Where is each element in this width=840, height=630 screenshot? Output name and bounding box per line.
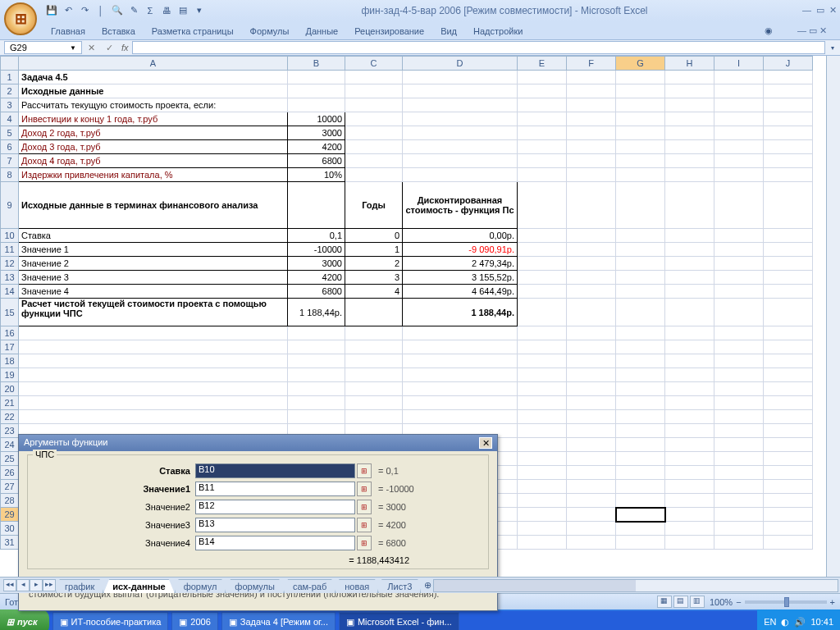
cell[interactable]: 6800 [288,285,345,299]
row-header[interactable]: 27 [1,480,19,494]
cell[interactable] [714,154,764,168]
column-header[interactable]: J [764,57,813,71]
cell[interactable] [616,299,665,326]
cell[interactable] [567,168,616,182]
cell[interactable] [764,182,813,229]
cell[interactable] [665,271,714,285]
qat-dropdown-icon[interactable]: ▾ [192,3,207,18]
view-normal-icon[interactable]: ▦ [657,596,672,608]
cell[interactable]: 4 644,49р. [403,285,518,299]
cell[interactable] [714,182,764,229]
cell[interactable] [345,140,403,154]
cell[interactable] [665,299,714,326]
cell[interactable] [19,410,288,424]
view-break-icon[interactable]: ▥ [690,596,705,608]
column-header[interactable]: C [345,57,403,71]
search-icon[interactable]: 🔍 [110,3,125,18]
ribbon-tab[interactable]: Разметка страницы [144,23,242,39]
cell[interactable] [714,480,764,494]
arg-input[interactable]: B11 [195,482,355,496]
cell[interactable] [518,271,567,285]
ribbon-tab[interactable]: Вид [432,23,465,39]
cell[interactable] [518,182,567,229]
cell[interactable] [518,494,567,508]
cell[interactable] [764,229,813,243]
vertical-scrollbar[interactable] [826,56,840,577]
cell[interactable] [764,522,813,536]
formula-expand-icon[interactable]: ▾ [825,44,840,52]
cell[interactable] [518,480,567,494]
cell[interactable] [764,326,813,340]
cell[interactable] [567,522,616,536]
range-select-icon[interactable]: ⊞ [357,518,372,532]
cell[interactable]: Годы [345,182,403,229]
cell[interactable] [345,168,403,182]
cell[interactable] [764,71,813,84]
cell[interactable] [616,168,665,182]
save-icon[interactable]: 💾 [44,3,59,18]
tab-nav-prev[interactable]: ◂ [16,579,30,591]
range-select-icon[interactable]: ⊞ [357,482,372,496]
cell[interactable] [616,154,665,168]
cell[interactable] [567,182,616,229]
cell[interactable] [665,522,714,536]
cell[interactable] [567,452,616,466]
cell[interactable]: Исходные данные в терминах финансового а… [19,182,288,229]
row-header[interactable]: 18 [1,354,19,368]
row-header[interactable]: 19 [1,368,19,382]
row-header[interactable]: 17 [1,340,19,354]
cell[interactable] [288,98,345,112]
cell[interactable]: 10000 [288,112,345,126]
cell[interactable] [345,98,403,112]
help-icon[interactable]: ◉ [756,22,781,39]
cell[interactable] [714,257,764,271]
cell[interactable] [518,508,567,522]
row-header[interactable]: 6 [1,140,19,154]
arg-input[interactable]: B13 [195,518,355,532]
cell[interactable] [665,382,714,396]
cell[interactable]: 1 [345,243,403,257]
cell[interactable] [288,326,345,340]
cell[interactable] [665,98,714,112]
zoom-in-button[interactable]: + [830,597,835,607]
cell[interactable] [616,368,665,382]
cell[interactable]: 3 [345,271,403,285]
minimize-button[interactable]: ― [802,5,811,16]
fx-icon[interactable]: fx [118,43,132,52]
redo-icon[interactable]: ↷ [77,3,92,18]
cell[interactable] [567,536,616,550]
cell[interactable] [288,382,345,396]
column-header[interactable]: D [403,57,518,71]
cell[interactable] [567,340,616,354]
row-header[interactable]: 26 [1,466,19,480]
cell[interactable] [764,368,813,382]
cell[interactable] [403,368,518,382]
cell[interactable]: Исходные данные [19,84,288,98]
cell[interactable] [665,243,714,257]
taskbar-item[interactable]: ▣Microsoft Excel - фин... [339,612,459,630]
formula-bar-input[interactable] [132,41,825,54]
cell[interactable] [518,452,567,466]
cell[interactable] [567,424,616,438]
sheet-tab[interactable]: формулы [226,579,284,593]
tray-icon[interactable]: ◐ [781,617,789,628]
cell[interactable] [518,126,567,140]
cell[interactable] [616,140,665,154]
cell[interactable] [518,424,567,438]
cell[interactable] [616,508,665,522]
cell[interactable] [764,140,813,154]
cell[interactable] [665,182,714,229]
name-box-dropdown-icon[interactable]: ▼ [70,44,76,52]
cell[interactable] [714,126,764,140]
cell[interactable] [518,112,567,126]
undo-icon[interactable]: ↶ [61,3,75,18]
cell[interactable] [567,84,616,98]
cell[interactable] [616,257,665,271]
cell[interactable] [19,326,288,340]
cell[interactable] [518,396,567,410]
cell[interactable]: 4 [345,285,403,299]
horizontal-scrollbar[interactable] [433,579,838,592]
cell[interactable]: -9 090,91р. [403,243,518,257]
cell[interactable] [567,494,616,508]
cell[interactable] [518,326,567,340]
